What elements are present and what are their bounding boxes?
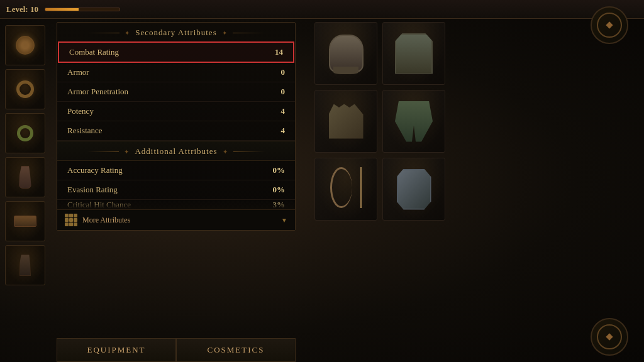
boot2-icon xyxy=(19,255,31,276)
bow-arc xyxy=(330,167,352,208)
more-attributes-bar[interactable]: More Attributes ▼ xyxy=(57,209,295,230)
deco-left-icon: ✦ xyxy=(125,30,130,36)
combat-rating-label: Combat Rating xyxy=(69,47,119,57)
xp-bar-fill xyxy=(45,8,79,11)
armor-penetration-row[interactable]: Armor Penetration 0 xyxy=(57,82,295,102)
pants-icon xyxy=(395,101,433,142)
potency-row[interactable]: Potency 4 xyxy=(57,102,295,121)
deco-right2-icon: ✦ xyxy=(223,148,228,155)
compass-slot[interactable] xyxy=(591,6,628,44)
armor-value: 0 xyxy=(281,67,286,77)
xp-bar xyxy=(45,8,120,11)
equipment-slots-grid xyxy=(314,22,453,221)
chest-icon xyxy=(395,33,433,74)
boot-slot-2[interactable] xyxy=(5,245,45,285)
bow-string xyxy=(360,167,362,208)
gloves-slot[interactable] xyxy=(314,90,377,153)
tab-equipment[interactable]: EQUIPMENT xyxy=(57,338,176,362)
level-label: Level: 10 xyxy=(6,4,38,14)
resistance-row[interactable]: Resistance 4 xyxy=(57,121,295,141)
ring2-icon xyxy=(17,125,33,141)
ring-slot-2[interactable] xyxy=(5,113,45,153)
character-bottom-icon xyxy=(597,324,622,349)
critical-hit-chance-row[interactable]: Critical Hit Chance 3% xyxy=(57,200,295,209)
belt-icon xyxy=(14,216,36,227)
more-attributes-label: More Attributes xyxy=(82,216,276,225)
ring-slot-1[interactable] xyxy=(5,69,45,109)
compass-icon xyxy=(597,13,622,38)
left-equipment-slots xyxy=(5,25,49,285)
belt-slot[interactable] xyxy=(5,201,45,241)
accuracy-rating-label: Accuracy Rating xyxy=(67,165,123,175)
secondary-attributes-header: ✦ Secondary Attributes ✦ xyxy=(57,23,295,41)
deco-right-icon: ✦ xyxy=(222,30,228,36)
accuracy-rating-value: 0% xyxy=(273,165,286,175)
combat-rating-value: 14 xyxy=(275,47,283,57)
critical-hit-chance-label: Critical Hit Chance xyxy=(67,200,131,209)
evasion-rating-label: Evasion Rating xyxy=(67,185,118,195)
weapon-slot[interactable] xyxy=(314,158,377,221)
tab-cosmetics[interactable]: COSMETICS xyxy=(176,338,296,362)
helmet-icon xyxy=(329,35,364,72)
far-right-slots xyxy=(587,6,631,356)
evasion-rating-row[interactable]: Evasion Rating 0% xyxy=(57,180,295,200)
character-bottom-slot[interactable] xyxy=(591,318,628,356)
potency-label: Potency xyxy=(67,106,94,116)
additional-attributes-header: ✦ Additional Attributes ✦ xyxy=(57,141,295,161)
chest-slot[interactable] xyxy=(382,22,445,85)
potency-value: 4 xyxy=(281,106,286,116)
combat-rating-row[interactable]: Combat Rating 14 xyxy=(58,41,294,63)
armor-penetration-label: Armor Penetration xyxy=(67,87,128,97)
gloves-icon xyxy=(329,104,364,139)
character-bottom-inner xyxy=(606,333,613,340)
right-equipment-grid xyxy=(314,22,453,221)
resistance-label: Resistance xyxy=(67,126,103,136)
offhand-slot[interactable] xyxy=(382,158,445,221)
ring-icon xyxy=(16,80,34,98)
critical-hit-chance-value: 3% xyxy=(273,200,286,209)
top-bar: Level: 10 xyxy=(0,0,644,19)
armor-penetration-value: 0 xyxy=(281,87,286,97)
additional-attributes-title: Additional Attributes xyxy=(135,146,217,156)
boot-slot-1[interactable] xyxy=(5,157,45,197)
helmet-slot[interactable] xyxy=(314,22,377,85)
bottom-tabs: EQUIPMENT COSMETICS xyxy=(57,338,296,362)
pants-slot[interactable] xyxy=(382,90,445,153)
offhand-icon xyxy=(397,169,431,210)
armor-row[interactable]: Armor 0 xyxy=(57,63,295,82)
armor-label: Armor xyxy=(67,67,89,77)
compass-inner-icon xyxy=(606,21,613,28)
evasion-rating-value: 0% xyxy=(273,185,286,195)
boot-icon xyxy=(19,166,31,189)
resistance-value: 4 xyxy=(281,126,286,136)
dropdown-arrow-icon: ▼ xyxy=(281,217,287,224)
accuracy-rating-row[interactable]: Accuracy Rating 0% xyxy=(57,161,295,180)
stats-panel: ✦ Secondary Attributes ✦ Combat Rating 1… xyxy=(57,22,296,231)
amulet-icon xyxy=(16,36,35,55)
secondary-attributes-title: Secondary Attributes xyxy=(135,28,216,38)
deco-left2-icon: ✦ xyxy=(124,148,130,155)
grid-icon xyxy=(65,214,77,226)
weapon-icon xyxy=(330,167,362,211)
amulet-slot[interactable] xyxy=(5,25,45,65)
